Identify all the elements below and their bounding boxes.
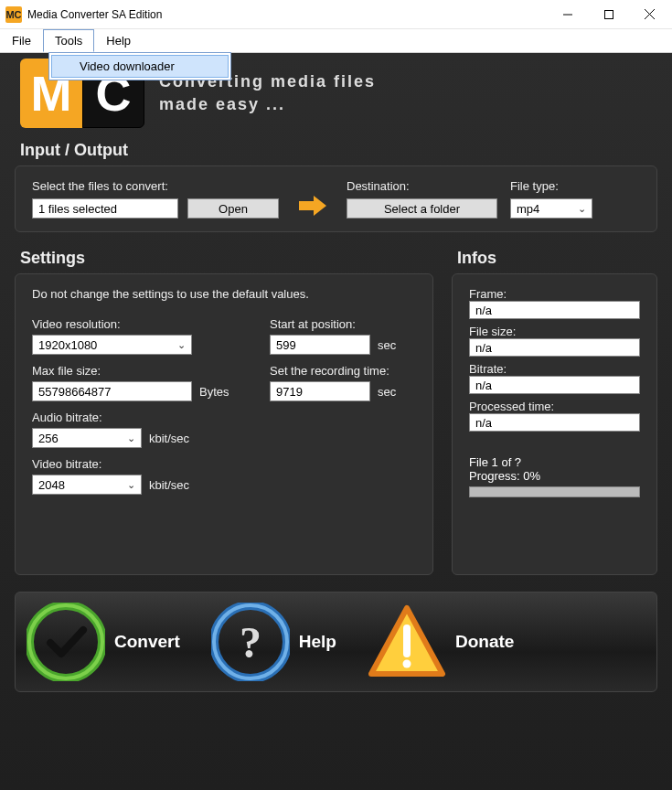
video-bitrate-label: Video bitrate: [32, 457, 242, 471]
help-button[interactable]: ? Help [211, 603, 336, 681]
window-title: Media Converter SA Edition [27, 8, 547, 21]
destination-button[interactable]: Select a folder [347, 198, 497, 219]
start-pos-field[interactable] [270, 335, 370, 355]
video-bitrate-select[interactable]: 2048 ⌄ [32, 475, 142, 495]
max-file-size-field[interactable] [32, 381, 192, 401]
infos-panel: Frame: n/a File size: n/a Bitrate: n/a P… [452, 273, 657, 575]
app-icon: MC [5, 6, 22, 23]
audio-bitrate-value: 256 [38, 432, 59, 445]
bitrate-label: Bitrate: [469, 362, 640, 376]
video-resolution-label: Video resolution: [32, 317, 242, 331]
sec-unit: sec [378, 338, 396, 352]
files-selected-field[interactable] [32, 198, 178, 219]
destination-label: Destination: [347, 179, 497, 193]
processed-value: n/a [469, 413, 640, 432]
file-type-value: mp4 [517, 202, 539, 216]
file-type-select[interactable]: mp4 ⌄ [510, 198, 592, 219]
progress-label: Progress: 0% [469, 469, 640, 483]
kbit-unit: kbit/sec [149, 432, 189, 445]
minimize-button[interactable] [547, 1, 588, 28]
video-bitrate-value: 2048 [38, 478, 65, 492]
video-resolution-value: 1920x1080 [38, 338, 97, 352]
donate-button[interactable]: Donate [368, 603, 514, 681]
donate-label: Donate [455, 632, 514, 652]
sec-unit-2: sec [378, 385, 396, 399]
chevron-down-icon: ⌄ [578, 203, 586, 215]
infos-title: Infos [457, 249, 657, 268]
maximize-button[interactable] [588, 1, 629, 28]
menu-video-downloader[interactable]: Video downloader [51, 55, 229, 78]
video-resolution-select[interactable]: 1920x1080 ⌄ [32, 335, 192, 355]
menu-tools[interactable]: Tools [43, 29, 94, 52]
kbit-unit-2: kbit/sec [149, 478, 189, 492]
io-panel: Select the files to convert: Open Destin… [15, 165, 657, 232]
svg-point-10 [402, 660, 411, 668]
frame-value: n/a [469, 301, 640, 319]
settings-note: Do not change the settings to use the de… [32, 287, 416, 301]
titlebar: MC Media Converter SA Edition [0, 0, 672, 29]
audio-bitrate-select[interactable]: 256 ⌄ [32, 428, 142, 448]
minimize-icon [563, 10, 572, 19]
bytes-unit: Bytes [199, 385, 229, 399]
file-size-label: File size: [469, 325, 640, 338]
max-file-size-label: Max file size: [32, 364, 242, 378]
progress-bar [469, 486, 640, 497]
file-of-label: File 1 of ? [469, 455, 640, 469]
app-body: M C Converting media files made easy ...… [0, 53, 672, 790]
tools-dropdown: Video downloader [48, 52, 231, 80]
warning-triangle-icon [368, 603, 446, 681]
maximize-icon [604, 10, 613, 19]
help-label: Help [299, 632, 336, 652]
svg-point-5 [29, 605, 102, 678]
convert-button[interactable]: Convert [27, 603, 180, 681]
audio-bitrate-label: Audio bitrate: [32, 411, 242, 424]
processed-label: Processed time: [469, 400, 640, 413]
menu-help[interactable]: Help [94, 29, 143, 52]
open-button[interactable]: Open [187, 198, 279, 219]
frame-label: Frame: [469, 287, 640, 301]
settings-panel: Do not change the settings to use the de… [15, 273, 433, 575]
settings-title: Settings [20, 249, 433, 268]
file-size-value: n/a [469, 338, 640, 357]
close-icon [645, 9, 655, 19]
bitrate-value: n/a [469, 376, 640, 394]
convert-label: Convert [114, 632, 180, 652]
chevron-down-icon: ⌄ [127, 479, 135, 491]
select-files-label: Select the files to convert: [32, 179, 279, 193]
arrow-icon [297, 194, 328, 218]
menubar: File Tools Help Video downloader [0, 29, 672, 53]
help-circle-icon: ? [211, 603, 290, 681]
close-button[interactable] [629, 1, 670, 28]
rec-time-label: Set the recording time: [270, 364, 416, 378]
io-title: Input / Output [20, 141, 657, 160]
menu-file[interactable]: File [0, 29, 43, 52]
footer: Convert ? Help Donate [15, 592, 657, 692]
tagline-line2: made easy ... [159, 93, 376, 116]
chevron-down-icon: ⌄ [127, 432, 135, 444]
svg-text:?: ? [240, 618, 261, 667]
chevron-down-icon: ⌄ [177, 339, 186, 351]
check-circle-icon [27, 603, 105, 681]
file-type-label: File type: [510, 179, 592, 193]
svg-rect-1 [604, 10, 613, 18]
rec-time-field[interactable] [270, 381, 370, 401]
start-pos-label: Start at position: [270, 317, 416, 331]
